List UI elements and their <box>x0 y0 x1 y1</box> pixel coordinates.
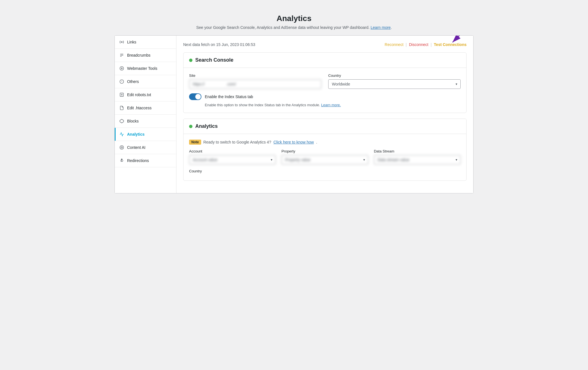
svg-point-10 <box>120 145 123 149</box>
property-chevron-icon: ▾ <box>363 158 365 162</box>
analytics-icon <box>119 132 124 137</box>
country-select[interactable]: Worldwide <box>328 79 461 89</box>
search-console-header: Search Console <box>183 53 466 68</box>
data-stream-chevron-icon: ▾ <box>456 158 457 162</box>
country-select-wrapper: Worldwide ▾ <box>328 79 461 89</box>
analytics-country-group: Country <box>189 169 461 173</box>
webmaster-tools-icon <box>119 66 124 71</box>
account-select[interactable]: Account value <box>189 155 276 165</box>
sidebar-item-content-ai[interactable]: Content AI <box>115 141 176 154</box>
sidebar-label-content-ai: Content AI <box>127 145 145 150</box>
content-ai-icon <box>119 145 124 150</box>
edit-robots-icon <box>119 92 124 97</box>
sidebar-item-breadcrumbs[interactable]: Breadcrumbs <box>115 49 176 62</box>
account-select-wrapper: Account value ▾ <box>189 155 276 165</box>
toggle-row: Enable the Index Status tab <box>189 93 461 100</box>
data-stream-select[interactable]: Data stream value <box>374 155 461 165</box>
sidebar-item-blocks[interactable]: Blocks <box>115 115 176 128</box>
toggle-description: Enable this option to show the Index Sta… <box>205 103 461 107</box>
analytics-fields-row: Account Account value ▾ Property <box>189 149 461 165</box>
analytics-country-label: Country <box>189 169 461 173</box>
sidebar-label-analytics: Analytics <box>127 132 144 137</box>
sidebar-item-analytics[interactable]: Analytics <box>115 128 176 141</box>
sidebar-item-webmaster-tools[interactable]: Webmaster Tools <box>115 62 176 75</box>
disconnect-button[interactable]: Disconnect <box>409 42 428 47</box>
note-badge: Note <box>189 140 201 145</box>
note-bar: Note Ready to switch to Google Analytics… <box>189 140 461 145</box>
data-stream-select-wrapper: Data stream value ▾ <box>374 155 461 165</box>
analytics-section-header: Analytics <box>183 119 466 134</box>
blocks-icon <box>119 119 124 124</box>
note-text: Ready to switch to Google Analytics 4? <box>203 140 271 144</box>
sidebar-label-blocks: Blocks <box>127 119 139 123</box>
country-group: Country Worldwide ▾ <box>328 73 461 89</box>
country-label: Country <box>328 73 461 78</box>
svg-point-2 <box>121 68 122 69</box>
data-stream-group: Data Stream Data stream value ▾ <box>374 149 461 165</box>
account-label: Account <box>189 149 276 153</box>
sidebar-label-breadcrumbs: Breadcrumbs <box>127 53 150 57</box>
search-console-body: Site Country Worldwide ▾ <box>183 68 466 113</box>
property-select[interactable]: Property value <box>281 155 368 165</box>
svg-point-1 <box>120 66 123 70</box>
account-group: Account Account value ▾ <box>189 149 276 165</box>
sidebar-label-others: Others <box>127 79 139 84</box>
svg-rect-6 <box>120 93 123 96</box>
others-icon <box>119 79 124 84</box>
sidebar-item-others[interactable]: Others <box>115 75 176 88</box>
page-wrapper: Analytics See your Google Search Console… <box>114 6 474 364</box>
site-group: Site <box>189 73 321 89</box>
page-header: Analytics See your Google Search Console… <box>114 6 474 35</box>
sidebar-item-edit-robots[interactable]: Edit robots.txt <box>115 88 176 101</box>
test-connections-button[interactable]: Test Connections <box>434 42 467 47</box>
account-chevron-icon: ▾ <box>271 158 272 162</box>
site-label: Site <box>189 73 321 78</box>
search-console-card: Search Console Site Country Worldwide <box>183 52 467 113</box>
topbar-right: Reconnect | Disconnect | Test Connection… <box>385 42 467 47</box>
analytics-section-body: Note Ready to switch to Google Analytics… <box>183 134 466 181</box>
property-label: Property <box>281 149 368 153</box>
property-group: Property Property value ▾ <box>281 149 368 165</box>
learn-more-link[interactable]: Learn more <box>371 25 391 30</box>
note-link[interactable]: Click here to know how <box>274 140 314 144</box>
svg-point-11 <box>121 147 122 148</box>
sidebar-label-edit-htaccess: Edit .htaccess <box>127 106 151 110</box>
sidebar: Links Breadcrumbs Webmaster Tools <box>115 36 176 193</box>
sidebar-label-edit-robots: Edit robots.txt <box>127 92 151 97</box>
next-fetch-text: Next data fetch on 15 Jun, 2023 01:06:53 <box>183 42 255 47</box>
svg-marker-9 <box>120 119 123 123</box>
site-country-row: Site Country Worldwide ▾ <box>189 73 461 89</box>
search-console-title: Search Console <box>195 57 233 63</box>
page-description: See your Google Search Console, Analytic… <box>120 25 468 30</box>
svg-point-0 <box>121 41 122 43</box>
redirections-icon <box>119 158 124 163</box>
analytics-section-title: Analytics <box>195 123 218 129</box>
property-select-wrapper: Property value ▾ <box>281 155 368 165</box>
toggle-label: Enable the Index Status tab <box>205 94 253 99</box>
separator-2: | <box>431 42 432 47</box>
toggle-learn-more-link[interactable]: Learn more. <box>321 103 341 107</box>
search-console-status-dot <box>189 59 192 62</box>
sidebar-label-redirections: Redirections <box>127 158 149 163</box>
edit-htaccess-icon <box>119 105 124 110</box>
connection-actions: Reconnect | Disconnect | Test Connection… <box>385 42 467 47</box>
content-area: Next data fetch on 15 Jun, 2023 01:06:53… <box>176 36 473 193</box>
sidebar-item-links[interactable]: Links <box>115 36 176 49</box>
site-input[interactable] <box>189 79 321 89</box>
content-topbar: Next data fetch on 15 Jun, 2023 01:06:53… <box>183 42 467 47</box>
separator-1: | <box>406 42 407 47</box>
sidebar-label-links: Links <box>127 40 136 44</box>
index-status-toggle[interactable] <box>189 93 201 100</box>
main-layout: Links Breadcrumbs Webmaster Tools <box>114 35 474 193</box>
sidebar-item-redirections[interactable]: Redirections <box>115 154 176 167</box>
page-title: Analytics <box>120 14 468 23</box>
breadcrumbs-icon <box>119 53 124 58</box>
reconnect-button[interactable]: Reconnect <box>385 42 403 47</box>
sidebar-item-edit-htaccess[interactable]: Edit .htaccess <box>115 101 176 115</box>
analytics-card: Analytics Note Ready to switch to Google… <box>183 119 467 181</box>
analytics-status-dot <box>189 125 192 128</box>
data-stream-label: Data Stream <box>374 149 461 153</box>
links-icon <box>119 40 124 45</box>
sidebar-label-webmaster-tools: Webmaster Tools <box>127 66 157 71</box>
